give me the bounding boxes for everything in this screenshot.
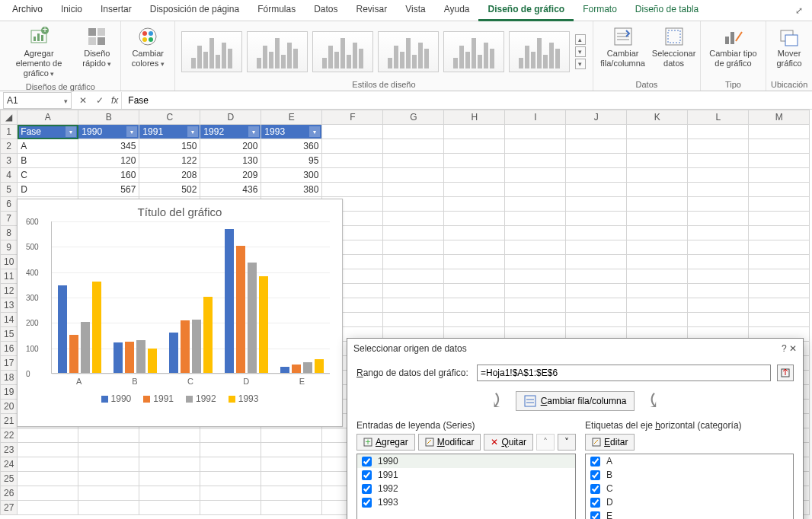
column-header[interactable]: B [78, 110, 139, 125]
cell[interactable] [627, 125, 688, 139]
column-header[interactable]: J [566, 110, 627, 125]
table-header-cell[interactable]: Fase▾ [18, 125, 78, 139]
cell[interactable]: 567 [78, 183, 139, 197]
row-header[interactable]: 23 [1, 443, 18, 457]
cell[interactable] [505, 154, 566, 168]
select-data-button[interactable]: Seleccionar datos [652, 24, 695, 70]
cell[interactable]: 160 [78, 168, 139, 183]
chart-data-range-input[interactable] [477, 365, 771, 381]
cell[interactable] [444, 255, 505, 269]
cell[interactable] [688, 313, 749, 327]
switch-row-column-button[interactable]: Cambiar fila/columna [598, 24, 647, 70]
chart-bar[interactable] [92, 282, 101, 373]
ribbon-tab-archivo[interactable]: Archivo [3, 0, 52, 21]
cell[interactable] [444, 226, 505, 240]
cell[interactable]: 436 [200, 183, 261, 197]
category-list-item[interactable]: A [586, 454, 793, 468]
chart-style-thumb[interactable] [378, 31, 439, 72]
gallery-scroll-button[interactable]: ▴ [575, 34, 586, 45]
dialog-switch-row-column-button[interactable]: Cambiar fila/columna [516, 391, 635, 411]
cell[interactable] [444, 313, 505, 327]
cell[interactable] [627, 154, 688, 168]
cell[interactable] [18, 486, 78, 501]
cell[interactable] [688, 139, 749, 154]
chart-bar[interactable] [136, 340, 145, 373]
cell[interactable] [566, 139, 627, 154]
chart-styles-gallery[interactable]: ▴▾▾ [180, 24, 588, 78]
chart-style-thumb[interactable] [312, 31, 373, 72]
chart-bar[interactable] [148, 349, 157, 373]
range-selector-button[interactable] [777, 365, 794, 381]
embedded-chart[interactable]: Título del gráfico 0100200300400500600 A… [17, 199, 343, 427]
row-header[interactable]: 5 [1, 183, 18, 197]
cell[interactable] [566, 298, 627, 313]
cell[interactable]: 502 [139, 183, 200, 197]
cell[interactable] [566, 168, 627, 183]
cell[interactable] [566, 212, 627, 226]
series-list-item[interactable]: 1991 [357, 468, 575, 482]
row-header[interactable]: 22 [1, 428, 18, 443]
cell[interactable] [383, 168, 444, 183]
add-chart-element-button[interactable]: + Agregar elemento de gráfico [5, 24, 73, 81]
chart-legend-item[interactable]: 1991 [143, 393, 174, 404]
cell[interactable] [383, 240, 444, 255]
cell[interactable] [139, 428, 200, 443]
row-header[interactable]: 17 [1, 356, 18, 371]
row-header[interactable]: 24 [1, 457, 18, 472]
cell[interactable]: 122 [139, 154, 200, 168]
series-checkbox[interactable] [362, 484, 372, 494]
chart-bar[interactable] [125, 342, 134, 373]
cell[interactable] [78, 472, 139, 486]
cell[interactable] [566, 183, 627, 197]
cell[interactable] [261, 486, 322, 501]
cell[interactable] [627, 313, 688, 327]
dialog-help-button[interactable]: ? [782, 343, 787, 354]
cell[interactable] [78, 501, 139, 515]
category-checkbox[interactable] [590, 457, 600, 466]
cell[interactable] [444, 154, 505, 168]
column-header[interactable]: K [627, 110, 688, 125]
cell[interactable]: 95 [261, 154, 322, 168]
move-chart-button[interactable]: Mover gráfico [771, 24, 807, 70]
cell[interactable] [383, 298, 444, 313]
cell[interactable] [627, 197, 688, 212]
cell[interactable] [688, 269, 749, 284]
ribbon-tab-insertar[interactable]: Insertar [91, 0, 141, 21]
gallery-scroll-button[interactable]: ▾ [575, 46, 586, 57]
ribbon-tab-datos[interactable]: Datos [305, 0, 347, 21]
column-header[interactable]: C [139, 110, 200, 125]
chart-legend[interactable]: 1990199119921993 [18, 386, 342, 412]
cell[interactable]: 120 [78, 154, 139, 168]
chart-bar[interactable] [259, 276, 268, 373]
cell[interactable] [749, 240, 810, 255]
row-header[interactable]: 10 [1, 255, 18, 269]
filter-dropdown-icon[interactable]: ▾ [66, 126, 76, 137]
category-checkbox[interactable] [590, 484, 600, 494]
row-header[interactable]: 18 [1, 371, 18, 385]
cell[interactable] [383, 284, 444, 298]
cell[interactable]: B [18, 154, 78, 168]
ribbon-tab-inicio[interactable]: Inicio [52, 0, 91, 21]
cell[interactable] [566, 197, 627, 212]
cell[interactable] [505, 139, 566, 154]
cell[interactable] [200, 472, 261, 486]
chart-plot-area[interactable]: 0100200300400500600 [51, 221, 330, 374]
cell[interactable] [627, 139, 688, 154]
chart-bar[interactable] [69, 335, 78, 373]
chart-bar[interactable] [58, 285, 67, 373]
cell[interactable] [261, 472, 322, 486]
series-list-item[interactable]: 1993 [357, 495, 575, 509]
cell[interactable] [444, 197, 505, 212]
filter-dropdown-icon[interactable]: ▾ [126, 126, 137, 137]
column-header[interactable]: E [261, 110, 322, 125]
cell[interactable]: 360 [261, 139, 322, 154]
cell[interactable] [78, 443, 139, 457]
cell[interactable] [566, 313, 627, 327]
cell[interactable] [749, 197, 810, 212]
cell[interactable] [505, 255, 566, 269]
cell[interactable] [688, 240, 749, 255]
cell[interactable] [627, 284, 688, 298]
cell[interactable] [749, 313, 810, 327]
row-header[interactable]: 2 [1, 139, 18, 154]
chart-bar[interactable] [169, 333, 178, 373]
